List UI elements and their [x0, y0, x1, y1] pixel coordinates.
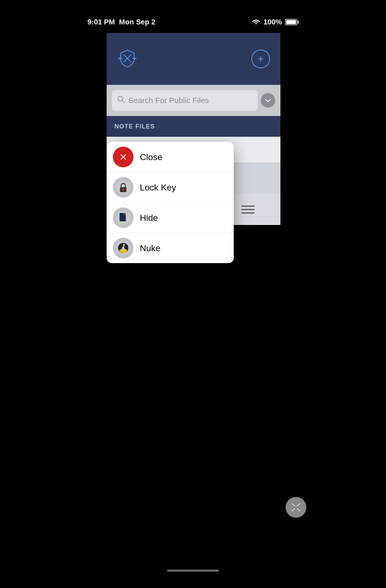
menu-item-close[interactable]: Close [107, 142, 234, 172]
app-container: + Search For Public Files [77, 33, 309, 564]
hide-icon-container [113, 207, 134, 228]
device-frame: 9:01 PM Mon Sep 2 100% [77, 11, 309, 577]
menu-item-hide[interactable]: Hide [107, 203, 234, 233]
svg-line-29 [292, 509, 295, 511]
dropdown-button[interactable] [261, 93, 275, 108]
tab-item-menu[interactable] [238, 199, 258, 220]
menu-label-nuke: Nuke [140, 243, 160, 253]
section-title: NOTE FILES [114, 123, 155, 130]
app-inner: + Search For Public Files [107, 33, 280, 526]
svg-marker-5 [118, 57, 120, 59]
app-logo [117, 48, 138, 70]
add-button[interactable]: + [251, 50, 270, 68]
app-header: + [107, 33, 280, 85]
search-placeholder: Search For Public Files [128, 96, 252, 105]
menu-label-close: Close [140, 152, 162, 162]
svg-line-28 [297, 503, 300, 506]
battery-percent: 100% [263, 18, 282, 26]
context-menu: Close [107, 142, 234, 263]
lock-icon [113, 177, 134, 198]
home-indicator [167, 570, 219, 572]
search-bar: Search For Public Files [112, 90, 258, 111]
svg-marker-6 [135, 57, 136, 59]
svg-line-27 [292, 503, 295, 506]
search-container: Search For Public Files [107, 85, 280, 116]
menu-icon [241, 206, 255, 214]
battery-icon [285, 19, 299, 25]
svg-point-26 [122, 247, 125, 249]
status-time: 9:01 PM [87, 18, 115, 26]
search-icon [117, 95, 125, 106]
status-bar: 9:01 PM Mon Sep 2 100% [77, 11, 309, 33]
section-header: NOTE FILES [107, 116, 280, 137]
hide-icon [113, 207, 134, 228]
lockkey-icon-container [113, 177, 134, 198]
nuke-icon [113, 238, 134, 258]
svg-line-30 [297, 509, 300, 511]
menu-item-nuke[interactable]: Nuke [107, 233, 234, 263]
add-icon: + [258, 53, 264, 65]
floating-button[interactable] [286, 497, 306, 518]
nuke-icon-container [113, 238, 134, 258]
menu-label-hide: Hide [140, 213, 158, 223]
status-date: Mon Sep 2 [119, 18, 155, 26]
status-right: 100% [252, 18, 299, 26]
menu-label-lockkey: Lock Key [140, 182, 176, 193]
svg-line-8 [122, 100, 125, 103]
wifi-icon [252, 18, 260, 26]
close-icon-container [113, 147, 134, 167]
close-icon [113, 147, 134, 167]
svg-point-0 [256, 23, 257, 24]
menu-item-lockkey[interactable]: Lock Key [107, 172, 234, 203]
svg-point-21 [122, 188, 125, 191]
